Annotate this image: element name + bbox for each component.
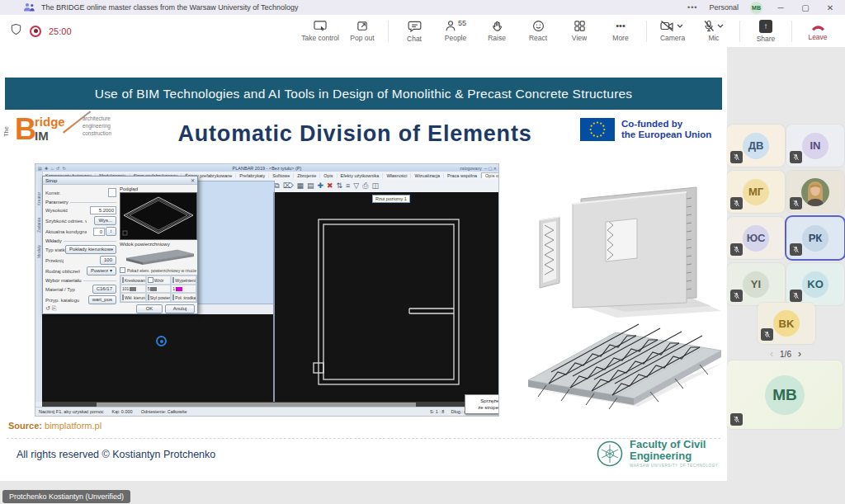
- page-indicator: 1/6: [780, 350, 791, 359]
- participant-tile[interactable]: МГ: [727, 171, 785, 213]
- participant-tile[interactable]: KO: [786, 263, 844, 305]
- mic-muted-icon: [730, 290, 743, 302]
- storey-input[interactable]: 0: [93, 228, 105, 236]
- participant-tile[interactable]: YI: [727, 263, 785, 305]
- participant-initials: РК: [802, 225, 828, 252]
- mic-muted-icon: [790, 197, 802, 210]
- meeting-toolbar: 25:00 Take control Pop out Chat 55: [0, 15, 845, 48]
- cad-ribbon-tab[interactable]: Praca wspólna: [444, 173, 481, 178]
- titlebar-overflow-menu[interactable]: •••: [687, 3, 697, 12]
- eu-cofunded-logo: Co-funded by the European Union: [580, 118, 711, 141]
- fill-color-swatch[interactable]: [176, 287, 182, 291]
- cad-viewport-model[interactable]: [42, 314, 273, 402]
- participant-initials: ДВ: [743, 133, 769, 159]
- view-button[interactable]: View: [559, 20, 600, 42]
- chat-button[interactable]: Chat: [394, 20, 435, 43]
- cad-tool-icon[interactable]: ▦: [296, 181, 304, 190]
- cad-viewport-plan[interactable]: Rzut poziomy 1 Sprzężenie płyt typu fil: [273, 192, 498, 402]
- filigree-slab-render: [518, 316, 726, 420]
- close-button[interactable]: ✕: [824, 3, 837, 12]
- cad-ribbon-tab[interactable]: Zbrojenie: [294, 173, 320, 178]
- cad-side-tab[interactable]: Moduły: [36, 245, 41, 258]
- mesh-type-button[interactable]: Pokłady kierunkowe: [65, 245, 116, 254]
- cad-tool-icon[interactable]: ⌦: [283, 181, 294, 190]
- cad-ribbon-tab[interactable]: Opis: [320, 173, 337, 178]
- section-button[interactable]: 100: [100, 256, 116, 265]
- cad-tool-icon[interactable]: ✖: [327, 181, 333, 190]
- cad-side-tab[interactable]: Kreator: [36, 192, 41, 205]
- cad-window-controls[interactable]: ─ ▢ ✕: [484, 166, 497, 171]
- take-control-button[interactable]: Take control: [299, 20, 342, 42]
- cad-tool-icon[interactable]: ≡: [346, 181, 350, 190]
- cad-slab-dialog: Strop ✕ Konstr. Parametry Wysokość5.2000…: [42, 176, 198, 314]
- self-video-tile[interactable]: MB: [727, 360, 843, 429]
- cad-tool-icon[interactable]: ⧉: [274, 181, 279, 191]
- share-button[interactable]: ↑ Share: [745, 20, 786, 43]
- react-button[interactable]: React: [517, 20, 559, 42]
- dialog-style-grid: Kreskowanie Wzór Wypełnienie 101 5 1 Wkł…: [120, 275, 197, 303]
- cad-status-bar: Naciśnij F1, aby uzyskać pomoc Kąt: 0.00…: [35, 407, 498, 416]
- more-button[interactable]: ••• More: [600, 20, 641, 42]
- participant-tile[interactable]: [786, 171, 844, 213]
- profile-label[interactable]: Personal: [709, 3, 739, 12]
- cad-ribbon-tab[interactable]: Wizualizacja: [411, 173, 444, 178]
- cad-ribbon-tab[interactable]: Prefabrykaty: [236, 173, 269, 178]
- people-button[interactable]: 55 People: [435, 20, 476, 42]
- planbar-screenshot: ▤ ✚ ⌂ ↺ ↻ PLANBAR 2019 - <Bez tytułu> (P…: [35, 163, 499, 417]
- minimize-button[interactable]: ─: [774, 3, 787, 12]
- participant-initials: BK: [773, 310, 800, 337]
- participant-tile[interactable]: ДВ: [727, 125, 785, 167]
- cad-ribbon-tab[interactable]: Efekty użytkownika: [338, 173, 384, 178]
- source-link[interactable]: bimplatform.pl: [45, 421, 101, 431]
- avatar[interactable]: MB: [750, 2, 762, 14]
- window-titlebar: The BRIDGE online master classes from th…: [0, 0, 845, 16]
- dialog-preview-viewport[interactable]: [120, 192, 197, 240]
- storey-spinner[interactable]: ↕: [106, 227, 116, 236]
- meeting-stage: Use of BIM Technologies and AI Tools in …: [0, 47, 845, 504]
- cad-tool-icon[interactable]: ⎙: [362, 181, 368, 191]
- previous-page-icon[interactable]: ‹: [770, 348, 773, 360]
- calc-type-select[interactable]: Powierz ▾: [87, 266, 116, 276]
- pop-out-button[interactable]: Pop out: [342, 20, 383, 42]
- participant-tile[interactable]: IN: [786, 125, 844, 167]
- cad-konstr-icon[interactable]: [108, 188, 116, 197]
- camera-off-icon: [660, 20, 674, 32]
- height-ref-button[interactable]: Wys...: [94, 216, 116, 225]
- camera-button[interactable]: Camera: [652, 20, 693, 42]
- mic-muted-icon: [790, 290, 802, 302]
- cad-tool-icon[interactable]: ⇅: [337, 181, 343, 190]
- height-input[interactable]: 5.2000: [90, 206, 116, 214]
- participant-tile[interactable]: ЮС: [727, 217, 785, 259]
- maximize-button[interactable]: ▢: [799, 3, 812, 12]
- cad-tool-icon[interactable]: ✚: [317, 181, 323, 190]
- raise-hand-button[interactable]: Raise: [476, 20, 517, 42]
- cad-viewport-empty[interactable]: [197, 181, 275, 304]
- cad-side-tab[interactable]: Zadania: [36, 218, 41, 233]
- cad-tool-icon[interactable]: ◫: [371, 181, 379, 190]
- participant-tile[interactable]: РК: [786, 217, 844, 259]
- shared-screen: Use of BIM Technologies and AI Tools in …: [0, 47, 727, 481]
- cad-dialog-titlebar[interactable]: Strop ✕: [43, 177, 197, 185]
- surface-view-image: [120, 247, 197, 266]
- mic-button[interactable]: Mic: [693, 20, 734, 42]
- next-page-icon[interactable]: ›: [798, 348, 801, 360]
- page-title: Automatic Division of Elements: [124, 121, 586, 147]
- faculty-logo: Faculty of Civil Engineering WARSAW UNIV…: [596, 439, 718, 468]
- material-button[interactable]: C16/17: [92, 285, 116, 294]
- cad-ribbon-tab[interactable]: Sufitowe: [269, 173, 294, 178]
- more-icon: •••: [616, 20, 625, 32]
- dialog-footer-icons[interactable]: ↺ ⎘: [45, 305, 56, 312]
- cad-tool-icon[interactable]: ▽: [353, 181, 359, 190]
- participant-tile[interactable]: BK: [758, 303, 815, 344]
- participant-initials: ЮС: [743, 225, 769, 252]
- cad-ribbon-tab[interactable]: Opis ogólny: [481, 172, 498, 178]
- leave-button[interactable]: Leave: [797, 21, 838, 41]
- cad-tool-icon[interactable]: ▤: [307, 181, 314, 190]
- cad-dialog-close-icon[interactable]: ✕: [191, 177, 195, 183]
- mic-muted-icon: [730, 243, 743, 256]
- ok-button[interactable]: OK: [136, 304, 163, 313]
- people-count-badge: 55: [458, 19, 466, 27]
- show-element-checkbox[interactable]: [120, 267, 125, 273]
- cad-ribbon-tab[interactable]: Własności: [383, 173, 411, 178]
- cancel-button[interactable]: Anuluj: [165, 304, 195, 313]
